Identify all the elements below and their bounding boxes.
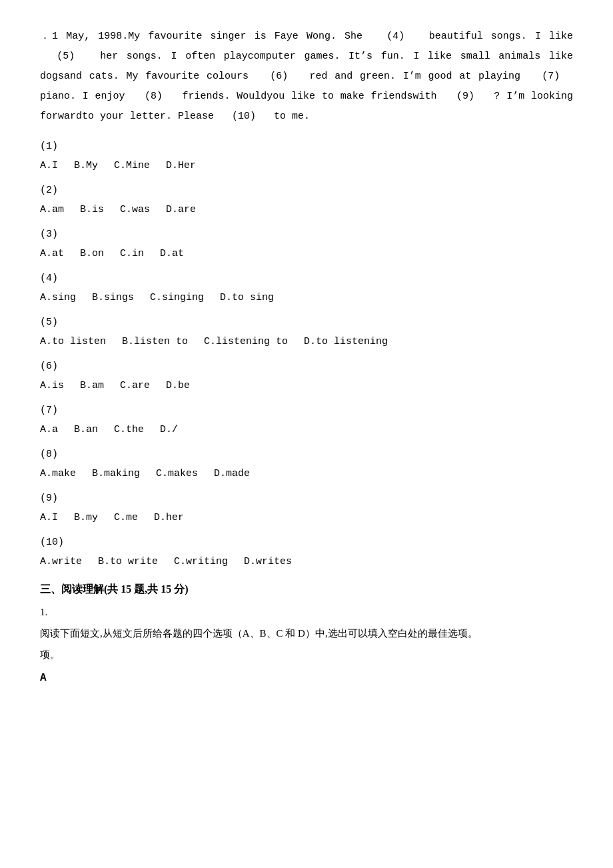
question-1-number: (1)	[40, 137, 573, 155]
q3-option-d[interactable]: D.at	[160, 245, 184, 263]
question-7-number: (7)	[40, 401, 573, 419]
questions-container: (1) A.I B.My C.Mine D.Her (2) A.am B.is …	[40, 137, 573, 571]
question-9-options: A.I B.my C.me D.her	[40, 509, 573, 527]
q10-option-b[interactable]: B.to write	[98, 553, 158, 571]
question-5-options: A.to listen B.listen to C.listening to D…	[40, 333, 573, 351]
question-10-number: (10)	[40, 533, 573, 551]
question-8: (8) A.make B.making C.makes D.made	[40, 445, 573, 483]
q9-option-a[interactable]: A.I	[40, 509, 58, 527]
question-2-number: (2)	[40, 181, 573, 199]
question-9: (9) A.I B.my C.me D.her	[40, 489, 573, 527]
q5-option-d[interactable]: D.to listening	[304, 333, 388, 351]
question-3-options: A.at B.on C.in D.at	[40, 245, 573, 263]
q1-option-b[interactable]: B.My	[74, 157, 98, 175]
question-8-number: (8)	[40, 445, 573, 463]
question-8-options: A.make B.making C.makes D.made	[40, 465, 573, 483]
q4-option-a[interactable]: A.sing	[40, 289, 76, 307]
q7-option-a[interactable]: A.a	[40, 421, 58, 439]
q2-option-b[interactable]: B.is	[80, 201, 104, 219]
section-3: 三、阅读理解(共 15 题,共 15 分) 1. 阅读下面短文,从短文后所给各题…	[40, 580, 573, 688]
section-3-instruction2: 项。	[40, 645, 573, 665]
q5-option-a[interactable]: A.to listen	[40, 333, 106, 351]
question-2: (2) A.am B.is C.was D.are	[40, 181, 573, 219]
q10-option-a[interactable]: A.write	[40, 553, 82, 571]
article-label: A	[40, 669, 573, 688]
question-9-number: (9)	[40, 489, 573, 507]
question-6: (6) A.is B.am C.are D.be	[40, 357, 573, 395]
q6-option-c[interactable]: C.are	[120, 377, 150, 395]
q6-option-a[interactable]: A.is	[40, 377, 64, 395]
question-10: (10) A.write B.to write C.writing D.writ…	[40, 533, 573, 571]
q3-option-c[interactable]: C.in	[120, 245, 144, 263]
question-4-number: (4)	[40, 269, 573, 287]
section-3-title: 三、阅读理解(共 15 题,共 15 分)	[40, 580, 573, 599]
q2-option-c[interactable]: C.was	[120, 201, 150, 219]
passage: ．1 May, 1998.My favourite singer is Faye…	[40, 27, 573, 127]
q3-option-a[interactable]: A.at	[40, 245, 64, 263]
question-3-number: (3)	[40, 225, 573, 243]
passage-text: ．1 May, 1998.My favourite singer is Faye…	[40, 27, 573, 127]
question-4-options: A.sing B.sings C.singing D.to sing	[40, 289, 573, 307]
q5-option-c[interactable]: C.listening to	[204, 333, 288, 351]
q7-option-d[interactable]: D./	[160, 421, 178, 439]
question-5-number: (5)	[40, 313, 573, 331]
q10-option-d[interactable]: D.writes	[244, 553, 292, 571]
q1-option-c[interactable]: C.Mine	[114, 157, 150, 175]
q1-option-d[interactable]: D.Her	[166, 157, 196, 175]
question-6-options: A.is B.am C.are D.be	[40, 377, 573, 395]
section-3-subsection: 1.	[40, 603, 573, 621]
q10-option-c[interactable]: C.writing	[174, 553, 228, 571]
question-4: (4) A.sing B.sings C.singing D.to sing	[40, 269, 573, 307]
q4-option-c[interactable]: C.singing	[150, 289, 204, 307]
q4-option-b[interactable]: B.sings	[92, 289, 134, 307]
question-1-options: A.I B.My C.Mine D.Her	[40, 157, 573, 175]
question-7: (7) A.a B.an C.the D./	[40, 401, 573, 439]
question-7-options: A.a B.an C.the D./	[40, 421, 573, 439]
section-3-instruction: 阅读下面短文,从短文后所给各题的四个选项（A、B、C 和 D）中,选出可以填入空…	[40, 624, 573, 643]
question-2-options: A.am B.is C.was D.are	[40, 201, 573, 219]
q9-option-d[interactable]: D.her	[154, 509, 184, 527]
q7-option-b[interactable]: B.an	[74, 421, 98, 439]
question-5: (5) A.to listen B.listen to C.listening …	[40, 313, 573, 351]
question-3: (3) A.at B.on C.in D.at	[40, 225, 573, 263]
q9-option-b[interactable]: B.my	[74, 509, 98, 527]
question-6-number: (6)	[40, 357, 573, 375]
q1-option-a[interactable]: A.I	[40, 157, 58, 175]
question-10-options: A.write B.to write C.writing D.writes	[40, 553, 573, 571]
q7-option-c[interactable]: C.the	[114, 421, 144, 439]
q8-option-c[interactable]: C.makes	[156, 465, 198, 483]
q5-option-b[interactable]: B.listen to	[122, 333, 188, 351]
q3-option-b[interactable]: B.on	[80, 245, 104, 263]
question-1: (1) A.I B.My C.Mine D.Her	[40, 137, 573, 175]
q8-option-d[interactable]: D.made	[214, 465, 250, 483]
q2-option-a[interactable]: A.am	[40, 201, 64, 219]
q6-option-b[interactable]: B.am	[80, 377, 104, 395]
q2-option-d[interactable]: D.are	[166, 201, 196, 219]
q8-option-a[interactable]: A.make	[40, 465, 76, 483]
q4-option-d[interactable]: D.to sing	[220, 289, 274, 307]
q9-option-c[interactable]: C.me	[114, 509, 138, 527]
q6-option-d[interactable]: D.be	[166, 377, 190, 395]
q8-option-b[interactable]: B.making	[92, 465, 140, 483]
